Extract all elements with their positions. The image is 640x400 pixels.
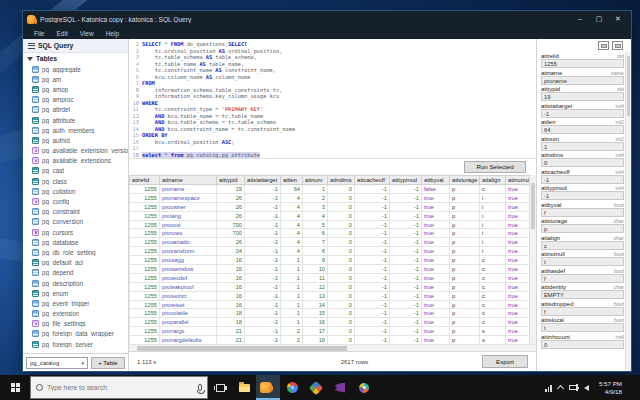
cell-attstattarget[interactable]: -1: [245, 265, 281, 274]
cell-attnotnull[interactable]: true: [506, 185, 530, 194]
cell-atttypmod[interactable]: -1: [390, 273, 422, 282]
cell-attnum[interactable]: 1: [303, 185, 328, 194]
cell-attbyval[interactable]: true: [422, 256, 450, 265]
cell-attnotnull[interactable]: true: [506, 300, 530, 309]
table-row[interactable]: 1255proowner26-1430-1-1truepitrue: [130, 202, 530, 211]
chrome-button[interactable]: [280, 375, 304, 400]
cell-attstorage[interactable]: p: [450, 300, 480, 309]
cell-atttypid[interactable]: 16: [217, 273, 245, 282]
toggle-left-pane-button[interactable]: [598, 41, 609, 50]
cell-attalign[interactable]: c: [480, 291, 506, 300]
cell-attname[interactable]: proowner: [160, 202, 217, 211]
cell-attnum[interactable]: 16: [303, 318, 328, 327]
cell-attcacheoff[interactable]: -1: [355, 238, 390, 247]
sidebar-item-pg_foreign_server[interactable]: pg_foreign_server: [32, 339, 128, 349]
cell-attbyval[interactable]: true: [422, 211, 450, 220]
cell-attcacheoff[interactable]: -1: [355, 300, 390, 309]
cell-attrelid[interactable]: 1255: [130, 185, 160, 194]
cell-attname[interactable]: procost: [160, 220, 217, 229]
sql-editor[interactable]: 1SELECT * FROM do_questions;SELECT2 tc.o…: [129, 39, 536, 159]
schema-select[interactable]: pg_catalog ▾: [26, 357, 88, 369]
results-grid[interactable]: attrelidattnameatttypidattstattargetattl…: [129, 175, 530, 344]
cell-attlen[interactable]: 1: [281, 318, 303, 327]
cell-attnotnull[interactable]: true: [506, 265, 530, 274]
cell-attbyval[interactable]: true: [422, 202, 450, 211]
cell-attstorage[interactable]: p: [450, 309, 480, 318]
cell-attname[interactable]: prosecdef: [160, 273, 217, 282]
table-row[interactable]: 1255provolatile18-11150-1-1truepctrue: [130, 309, 530, 318]
field-value-input[interactable]: -1: [541, 191, 624, 200]
cell-attalign[interactable]: s: [480, 336, 506, 344]
cell-attalign[interactable]: i: [480, 220, 506, 229]
field-value-input[interactable]: 0: [541, 158, 624, 167]
photos-button[interactable]: [304, 375, 328, 400]
cell-attstorage[interactable]: p: [450, 256, 480, 265]
cell-attrelid[interactable]: 1255: [130, 229, 160, 238]
cell-attcacheoff[interactable]: -1: [355, 309, 390, 318]
cell-attalign[interactable]: c: [480, 273, 506, 282]
cell-attrelid[interactable]: 1255: [130, 202, 160, 211]
cell-atttypmod[interactable]: -1: [390, 291, 422, 300]
table-row[interactable]: 1255provariadic26-1470-1-1truepitrue: [130, 238, 530, 247]
cell-attnotnull[interactable]: true: [506, 193, 530, 202]
search-input[interactable]: [47, 384, 194, 391]
cell-attbyval[interactable]: true: [422, 336, 450, 344]
table-row[interactable]: 1255proisstrict16-11130-1-1truepctrue: [130, 291, 530, 300]
cell-attbyval[interactable]: true: [422, 273, 450, 282]
cell-attname[interactable]: provariadic: [160, 238, 217, 247]
cell-attrelid[interactable]: 1255: [130, 256, 160, 265]
sidebar-item-pg_attribute[interactable]: pg_attribute: [32, 115, 128, 125]
grid-horizontal-scrollbar[interactable]: [129, 344, 536, 351]
cell-attalign[interactable]: c: [480, 300, 506, 309]
export-button[interactable]: Export: [482, 355, 528, 368]
cell-attalign[interactable]: s: [480, 327, 506, 336]
cell-attcacheoff[interactable]: -1: [355, 291, 390, 300]
cell-attlen[interactable]: 4: [281, 220, 303, 229]
sidebar-item-pg_amop[interactable]: pg_amop: [32, 84, 128, 94]
column-header-attcacheoff[interactable]: attcacheoff: [355, 176, 390, 185]
cell-attbyval[interactable]: true: [422, 318, 450, 327]
cell-attrelid[interactable]: 1255: [130, 220, 160, 229]
column-header-attlen[interactable]: attlen: [281, 176, 303, 185]
detail-scrollbar[interactable]: [625, 52, 631, 371]
cell-attcacheoff[interactable]: -1: [355, 318, 390, 327]
cell-attrelid[interactable]: 1255: [130, 336, 160, 344]
cell-attstattarget[interactable]: -1: [245, 273, 281, 282]
cell-atttypmod[interactable]: -1: [390, 185, 422, 194]
sidebar-item-pg_collation[interactable]: pg_collation: [32, 186, 128, 196]
cell-attnum[interactable]: 4: [303, 211, 328, 220]
sidebar-item-pg_default_acl[interactable]: pg_default_acl: [32, 258, 128, 268]
column-header-attnotnull[interactable]: attnotnull: [506, 176, 530, 185]
cell-atttypid[interactable]: 18: [217, 318, 245, 327]
cell-attname[interactable]: proname: [160, 185, 217, 194]
cell-attnum[interactable]: 9: [303, 256, 328, 265]
start-button[interactable]: [0, 375, 30, 400]
cell-attstorage[interactable]: p: [450, 265, 480, 274]
cell-attlen[interactable]: 1: [281, 300, 303, 309]
cell-attbyval[interactable]: true: [422, 300, 450, 309]
minimize-button[interactable]: –: [571, 12, 589, 26]
cell-attstorage[interactable]: p: [450, 229, 480, 238]
paint-app-button[interactable]: [352, 375, 376, 400]
scrollbar-thumb[interactable]: [137, 346, 347, 351]
cell-attname[interactable]: proisstrict: [160, 291, 217, 300]
cell-atttypid[interactable]: 21: [217, 327, 245, 336]
sidebar-item-pg_amproc[interactable]: pg_amproc: [32, 95, 128, 105]
cell-attcacheoff[interactable]: -1: [355, 247, 390, 256]
cell-attcacheoff[interactable]: -1: [355, 273, 390, 282]
cell-attalign[interactable]: c: [480, 282, 506, 291]
cell-attalign[interactable]: c: [480, 256, 506, 265]
cell-attnotnull[interactable]: true: [506, 211, 530, 220]
cell-atttypmod[interactable]: -1: [390, 300, 422, 309]
cell-attndims[interactable]: 0: [328, 220, 355, 229]
cell-attrelid[interactable]: 1255: [130, 309, 160, 318]
field-value-input[interactable]: t: [541, 323, 624, 332]
field-value-input[interactable]: p: [541, 224, 624, 233]
cell-attnum[interactable]: 6: [303, 229, 328, 238]
sidebar-item-pg_class[interactable]: pg_class: [32, 176, 128, 186]
cell-attname[interactable]: proparallel: [160, 318, 217, 327]
cell-atttypmod[interactable]: -1: [390, 327, 422, 336]
grid-vertical-scrollbar[interactable]: [529, 175, 536, 344]
cell-attndims[interactable]: 0: [328, 291, 355, 300]
microphone-icon[interactable]: [198, 384, 202, 391]
